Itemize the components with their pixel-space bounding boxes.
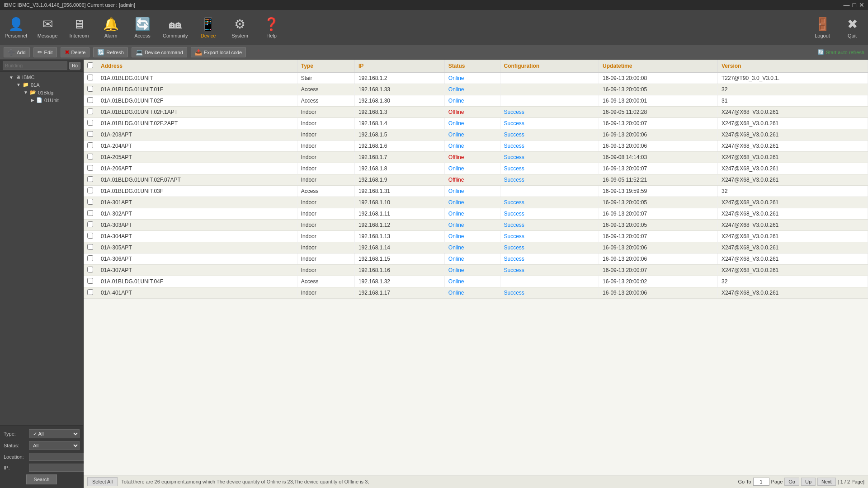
select-all-checkbox[interactable] — [87, 62, 93, 68]
delete-button[interactable]: ✖ Delete — [61, 47, 90, 57]
add-button[interactable]: ➕ Add — [4, 47, 30, 57]
row-checkbox[interactable] — [84, 163, 97, 174]
system-icon: ⚙ — [234, 17, 245, 32]
row-type: Indoor — [297, 118, 354, 129]
row-updatetime: 16-09-13 20:00:01 — [599, 95, 718, 107]
row-address: 01A-307APT — [97, 265, 297, 276]
toolbar-device[interactable]: 📱 Device — [197, 17, 220, 38]
filter-panel: Type: ✓ All Indoor Access Stair Status: … — [0, 425, 83, 488]
row-checkbox[interactable] — [84, 141, 97, 152]
row-config: Success — [500, 129, 599, 141]
row-type: Access — [297, 186, 354, 197]
row-config: Success — [500, 265, 599, 276]
toolbar-logout[interactable]: 🚪 Logout — [811, 17, 834, 38]
col-type[interactable]: Type — [297, 60, 354, 73]
toolbar-intercom[interactable]: 🖥 Intercom — [68, 17, 90, 38]
row-checkbox[interactable] — [84, 107, 97, 118]
toolbar-message[interactable]: ✉ Message — [36, 17, 59, 38]
edit-button[interactable]: ✏ Edit — [33, 47, 57, 57]
search-button[interactable]: Search — [26, 474, 57, 484]
row-config: Success — [500, 174, 599, 186]
row-config: Success — [500, 163, 599, 174]
status-filter-select[interactable]: All Online Offline — [29, 441, 80, 450]
row-updatetime: 16-09-13 20:00:06 — [599, 253, 718, 265]
row-ip: 192.168.1.10 — [354, 197, 444, 208]
toolbar-device-label: Device — [201, 33, 216, 38]
row-status: Online — [444, 265, 500, 276]
close-btn[interactable]: ✕ — [859, 1, 864, 9]
tree-node-01unit[interactable]: ▶ 📄 01Unit — [2, 96, 81, 104]
row-version: X247@X68_V3.0.0.261 — [718, 107, 868, 118]
tree-node-01bldg[interactable]: ▼ 📂 01Bldg — [2, 89, 81, 96]
tree-root-btn[interactable]: Ro — [69, 62, 80, 70]
table-row: 01A.01BLDG.01UNIT.02F Access 192.168.1.3… — [84, 95, 868, 107]
col-status[interactable]: Status — [444, 60, 500, 73]
row-updatetime: 16-09-13 20:00:07 — [599, 208, 718, 220]
row-type: Indoor — [297, 220, 354, 231]
tree-node-01a[interactable]: ▼ 📁 01A — [2, 81, 81, 89]
row-checkbox[interactable] — [84, 197, 97, 208]
row-checkbox[interactable] — [84, 73, 97, 84]
row-checkbox[interactable] — [84, 95, 97, 107]
table-row: 01A-302APT Indoor 192.168.1.11 Online Su… — [84, 208, 868, 220]
col-ip[interactable]: IP — [354, 60, 444, 73]
toolbar-system[interactable]: ⚙ System — [229, 17, 251, 38]
toolbar-alarm[interactable]: 🔔 Alarm — [99, 17, 122, 38]
up-button[interactable]: Up — [801, 478, 816, 486]
next-button[interactable]: Next — [817, 478, 836, 486]
row-version: X247@X68_V3.0.0.261 — [718, 141, 868, 152]
toolbar-intercom-label: Intercom — [70, 33, 89, 38]
row-checkbox[interactable] — [84, 84, 97, 95]
row-checkbox[interactable] — [84, 152, 97, 163]
row-config — [500, 276, 599, 287]
row-ip: 192.168.1.7 — [354, 152, 444, 163]
col-version[interactable]: Version — [718, 60, 868, 73]
table-row: 01A-203APT Indoor 192.168.1.5 Online Suc… — [84, 129, 868, 141]
col-configuration[interactable]: Configuration — [500, 60, 599, 73]
row-checkbox[interactable] — [84, 242, 97, 253]
row-status: Online — [444, 95, 500, 107]
device-table: Address Type IP Status Configuration Upd… — [84, 60, 868, 299]
row-checkbox[interactable] — [84, 253, 97, 265]
table-row: 01A.01BLDG.01UNIT.03F Access 192.168.1.3… — [84, 186, 868, 197]
col-updatetime[interactable]: Updatetime — [599, 60, 718, 73]
row-checkbox[interactable] — [84, 220, 97, 231]
tree-node-ibmc[interactable]: ▼ 🖥 IBMC — [2, 74, 81, 81]
page-input[interactable] — [753, 478, 769, 486]
maximize-btn[interactable]: □ — [853, 1, 856, 9]
row-config: Success — [500, 253, 599, 265]
row-checkbox[interactable] — [84, 287, 97, 299]
auto-refresh-button[interactable]: 🔄 Start auto refresh — [818, 49, 864, 55]
row-checkbox[interactable] — [84, 129, 97, 141]
toolbar-access[interactable]: 🔄 Access — [131, 17, 154, 38]
toolbar-help[interactable]: ❓ Help — [260, 17, 283, 38]
device-command-button[interactable]: 💻 Device command — [132, 47, 187, 57]
minimize-btn[interactable]: — — [844, 1, 850, 9]
device-table-body: 01A.01BLDG.01UNIT Stair 192.168.1.2 Onli… — [84, 73, 868, 299]
tree-search-input[interactable] — [3, 61, 67, 70]
row-checkbox[interactable] — [84, 118, 97, 129]
row-checkbox[interactable] — [84, 174, 97, 186]
help-icon: ❓ — [264, 17, 279, 32]
tree-header: Ro — [0, 60, 83, 72]
toolbar-personnel[interactable]: 👤 Personnel — [5, 17, 27, 38]
row-checkbox[interactable] — [84, 208, 97, 220]
toolbar-quit[interactable]: ✖ Quit — [841, 17, 863, 38]
toolbar-help-label: Help — [266, 33, 277, 38]
row-checkbox[interactable] — [84, 265, 97, 276]
type-filter-select[interactable]: ✓ All Indoor Access Stair — [29, 429, 80, 438]
row-checkbox[interactable] — [84, 231, 97, 242]
row-address: 01A.01BLDG.01UNIT.02F — [97, 95, 297, 107]
row-config — [500, 186, 599, 197]
select-all-button[interactable]: Select All — [87, 477, 118, 486]
toolbar-community[interactable]: 🏘 Community — [163, 17, 188, 38]
row-updatetime: 16-09-13 20:00:07 — [599, 231, 718, 242]
go-button[interactable]: Go — [784, 478, 799, 486]
personnel-icon: 👤 — [8, 17, 24, 32]
export-button[interactable]: 📤 Export local code — [191, 47, 246, 57]
row-config: Success — [500, 107, 599, 118]
row-checkbox[interactable] — [84, 276, 97, 287]
refresh-button[interactable]: 🔃 Refresh — [93, 47, 128, 57]
col-address[interactable]: Address — [97, 60, 297, 73]
row-checkbox[interactable] — [84, 186, 97, 197]
